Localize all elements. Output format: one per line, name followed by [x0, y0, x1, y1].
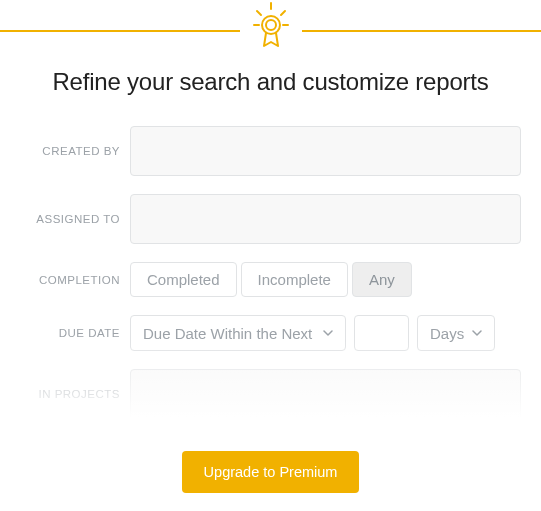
assigned-to-input[interactable] — [130, 194, 521, 244]
upgrade-button[interactable]: Upgrade to Premium — [182, 451, 360, 493]
created-by-input[interactable] — [130, 126, 521, 176]
label-created-by: CREATED BY — [30, 145, 130, 157]
chevron-down-icon — [323, 328, 333, 338]
completion-option-incomplete[interactable]: Incomplete — [241, 262, 348, 297]
premium-badge-icon — [240, 0, 302, 58]
due-range-label: Due Date Within the Next — [143, 325, 312, 342]
due-unit-select[interactable]: Days — [417, 315, 495, 351]
chevron-down-icon — [472, 328, 482, 338]
due-range-select[interactable]: Due Date Within the Next — [130, 315, 346, 351]
completion-option-any[interactable]: Any — [352, 262, 412, 297]
label-due-date: DUE DATE — [30, 327, 130, 339]
svg-line-3 — [257, 11, 261, 15]
svg-line-4 — [281, 11, 285, 15]
label-assigned-to: ASSIGNED TO — [30, 213, 130, 225]
svg-point-1 — [266, 20, 276, 30]
in-projects-input[interactable] — [130, 369, 521, 419]
page-title: Refine your search and customize reports — [0, 68, 541, 96]
completion-option-completed[interactable]: Completed — [130, 262, 237, 297]
due-unit-label: Days — [430, 325, 464, 342]
completion-segmented: Completed Incomplete Any — [130, 262, 521, 297]
filter-form: CREATED BY ASSIGNED TO COMPLETION Comple… — [0, 126, 541, 419]
svg-point-0 — [262, 16, 280, 34]
due-number-input[interactable] — [354, 315, 409, 351]
label-completion: COMPLETION — [30, 274, 130, 286]
label-in-projects: IN PROJECTS — [30, 388, 130, 400]
